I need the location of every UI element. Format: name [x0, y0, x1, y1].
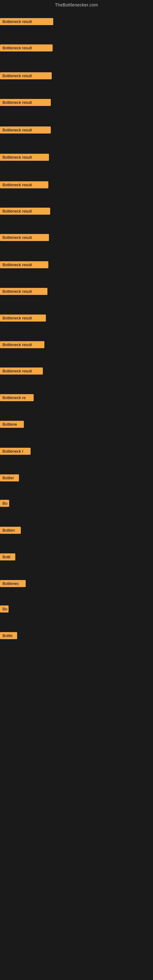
bottleneck-result-item: Bottleneck result	[0, 45, 53, 51]
bottleneck-result-item: Bottl	[0, 554, 15, 560]
bottleneck-result-item: Bottleneck r	[0, 448, 30, 455]
bottleneck-result-item: Bottler	[0, 474, 19, 481]
bottleneck-result-item: Bottlen	[0, 527, 21, 534]
bottleneck-result-item: Bottleneck result	[0, 208, 50, 215]
bottleneck-result-item: Bottleneck result	[0, 181, 48, 188]
bottleneck-result-item: Bottleneck result	[0, 234, 49, 241]
bottleneck-result-item: Bottleneck result	[0, 368, 43, 375]
bottleneck-result-item: Bo	[0, 500, 9, 507]
site-title: TheBottlenecker.com	[0, 0, 153, 10]
bottleneck-result-item: Bottleneck result	[0, 72, 52, 79]
bottleneck-result-item: Bottleneck result	[0, 18, 53, 25]
bottleneck-result-item: Bottlene	[0, 421, 24, 428]
bottleneck-result-item: Bottle	[0, 632, 17, 639]
bottleneck-result-item: Bottleneck result	[0, 341, 45, 348]
bottleneck-result-item: Bo	[0, 605, 9, 612]
bottleneck-result-item: Bottleneck result	[0, 126, 51, 134]
bottleneck-result-item: Bottleneck re	[0, 394, 33, 401]
bottleneck-result-item: Bottleneck result	[0, 288, 48, 295]
bottleneck-result-item: Bottleneck result	[0, 99, 51, 106]
bottleneck-result-item: Bottleneck result	[0, 261, 48, 268]
bottleneck-result-item: Bottlenec	[0, 580, 26, 587]
bottleneck-result-item: Bottleneck result	[0, 154, 49, 161]
bottleneck-result-item: Bottleneck result	[0, 315, 46, 321]
